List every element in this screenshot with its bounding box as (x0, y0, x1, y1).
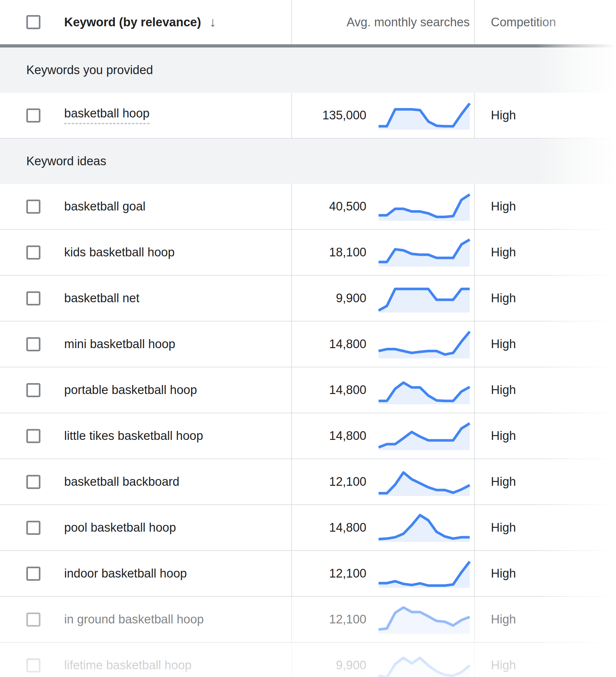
keyword-text[interactable]: basketball hoop (64, 106, 149, 124)
competition-value: High (491, 567, 516, 580)
cell-keyword: basketball net (0, 276, 292, 321)
avg-monthly-searches-value: 12,100 (292, 475, 366, 489)
competition-value: High (491, 659, 516, 672)
table-row: kids basketball hoop 18,100 High (0, 230, 616, 276)
sort-descending-icon[interactable]: ↓ (210, 15, 216, 29)
row-checkbox[interactable] (26, 429, 40, 443)
cell-competition: High (475, 367, 616, 413)
trend-sparkline (377, 283, 472, 314)
table-row: basketball hoop 135,000 High (0, 93, 616, 139)
table-row: basketball backboard 12,100 High (0, 459, 616, 505)
competition-value: High (491, 475, 516, 489)
competition-value: High (491, 521, 516, 535)
avg-monthly-searches-value: 12,100 (292, 567, 366, 580)
avg-monthly-searches-value: 135,000 (292, 108, 366, 122)
cell-keyword: indoor basketball hoop (0, 551, 292, 596)
cell-keyword: mini basketball hoop (0, 321, 292, 367)
row-checkbox[interactable] (26, 383, 40, 397)
cell-keyword: lifetime basketball hoop (0, 643, 292, 677)
table-row: mini basketball hoop 14,800 High (0, 321, 616, 367)
trend-sparkline (377, 650, 472, 677)
row-checkbox[interactable] (26, 567, 40, 581)
trend-sparkline (377, 421, 472, 451)
keyword-text: basketball goal (64, 199, 146, 213)
section-header: Keyword ideas (0, 139, 616, 184)
cell-keyword: basketball hoop (0, 93, 292, 138)
trend-sparkline (377, 100, 472, 131)
table-row: basketball net 9,900 High (0, 276, 616, 321)
avg-monthly-searches-value: 12,100 (292, 613, 366, 626)
cell-searches: 14,800 (292, 321, 475, 367)
cell-competition: High (475, 93, 616, 138)
trend-sparkline (377, 558, 472, 589)
cell-searches: 18,100 (292, 230, 475, 275)
searches-column-label[interactable]: Avg. monthly searches (292, 15, 474, 29)
avg-monthly-searches-value: 9,900 (292, 659, 366, 672)
cell-searches: 14,800 (292, 367, 475, 413)
cell-competition: High (475, 505, 616, 550)
cell-keyword: portable basketball hoop (0, 367, 292, 413)
cell-competition: High (475, 459, 616, 504)
cell-competition: High (475, 597, 616, 642)
cell-searches: 135,000 (292, 93, 475, 138)
cell-searches: 9,900 (292, 276, 475, 321)
avg-monthly-searches-value: 9,900 (292, 291, 366, 305)
keyword-text: little tikes basketball hoop (64, 429, 203, 443)
table-row: indoor basketball hoop 12,100 High (0, 551, 616, 597)
cell-searches: 12,100 (292, 551, 475, 596)
table-body: Keywords you provided basketball hoop 13… (0, 47, 616, 677)
cell-competition: High (475, 321, 616, 367)
row-checkbox[interactable] (26, 291, 40, 306)
header-cell-searches: Avg. monthly searches (292, 0, 475, 44)
cell-searches: 12,100 (292, 597, 475, 642)
keyword-column-label[interactable]: Keyword (by relevance) (64, 15, 201, 29)
row-checkbox[interactable] (26, 521, 40, 535)
table-row: in ground basketball hoop 12,100 High (0, 597, 616, 643)
cell-competition: High (475, 551, 616, 596)
header-cell-keyword: Keyword (by relevance) ↓ (0, 0, 292, 44)
cell-searches: 14,800 (292, 413, 475, 458)
cell-competition: High (475, 276, 616, 321)
keyword-text: basketball net (64, 291, 140, 305)
cell-searches: 12,100 (292, 459, 475, 504)
cell-competition: High (475, 230, 616, 275)
row-checkbox[interactable] (26, 245, 40, 260)
cell-keyword: pool basketball hoop (0, 505, 292, 550)
cell-keyword: kids basketball hoop (0, 230, 292, 275)
competition-column-label[interactable]: Competition (491, 15, 556, 29)
table-row: basketball goal 40,500 High (0, 184, 616, 230)
keyword-text: in ground basketball hoop (64, 613, 204, 626)
cell-competition: High (475, 643, 616, 677)
row-checkbox[interactable] (26, 659, 40, 673)
keyword-text: mini basketball hoop (64, 337, 175, 351)
row-checkbox[interactable] (26, 337, 40, 351)
cell-keyword: basketball backboard (0, 459, 292, 504)
avg-monthly-searches-value: 14,800 (292, 337, 366, 351)
select-all-checkbox[interactable] (26, 15, 40, 29)
section-header: Keywords you provided (0, 47, 616, 93)
keyword-text: basketball backboard (64, 475, 179, 489)
avg-monthly-searches-value: 14,800 (292, 429, 366, 443)
keyword-text: indoor basketball hoop (64, 567, 187, 580)
competition-value: High (491, 337, 516, 351)
cell-searches: 14,800 (292, 505, 475, 550)
row-checkbox[interactable] (26, 199, 40, 214)
competition-value: High (491, 199, 516, 213)
competition-value: High (491, 291, 516, 305)
row-checkbox[interactable] (26, 613, 40, 627)
cell-keyword: little tikes basketball hoop (0, 413, 292, 458)
table-row: pool basketball hoop 14,800 High (0, 505, 616, 551)
header-cell-competition: Competition (475, 0, 616, 44)
keyword-text: lifetime basketball hoop (64, 659, 191, 672)
keyword-text: pool basketball hoop (64, 521, 176, 535)
cell-competition: High (475, 184, 616, 229)
competition-value: High (491, 383, 516, 397)
cell-searches: 9,900 (292, 643, 475, 677)
row-checkbox[interactable] (26, 108, 40, 123)
competition-value: High (491, 613, 516, 626)
section-label: Keywords you provided (26, 63, 153, 77)
competition-value: High (491, 429, 516, 443)
trend-sparkline (377, 237, 472, 268)
row-checkbox[interactable] (26, 475, 40, 489)
keyword-ideas-table: Keyword (by relevance) ↓ Avg. monthly se… (0, 0, 616, 677)
